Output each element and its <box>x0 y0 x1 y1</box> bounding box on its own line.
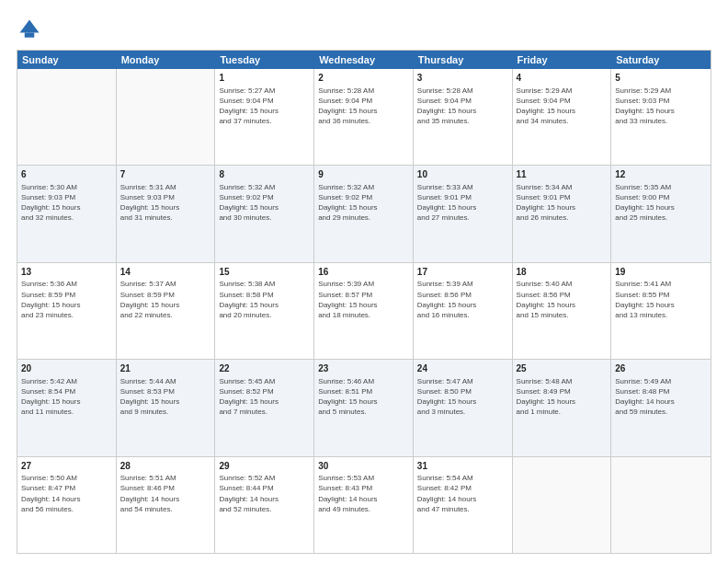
day-number: 29 <box>219 460 310 473</box>
day-number: 9 <box>318 168 409 181</box>
cell-info: Sunrise: 5:45 AM Sunset: 8:52 PM Dayligh… <box>219 376 310 418</box>
day-number: 27 <box>21 460 112 473</box>
day-number: 8 <box>219 168 310 181</box>
cal-cell: 31Sunrise: 5:54 AM Sunset: 8:42 PM Dayli… <box>414 457 513 553</box>
day-number: 20 <box>21 362 112 375</box>
header-day-tuesday: Tuesday <box>215 51 314 69</box>
day-number: 16 <box>318 266 409 279</box>
cell-info: Sunrise: 5:35 AM Sunset: 9:00 PM Dayligh… <box>615 182 707 224</box>
day-number: 2 <box>318 72 409 85</box>
cell-info: Sunrise: 5:37 AM Sunset: 8:59 PM Dayligh… <box>120 279 211 320</box>
day-number: 1 <box>219 72 310 85</box>
cal-cell <box>611 457 711 553</box>
calendar-header: SundayMondayTuesdayWednesdayThursdayFrid… <box>17 51 711 69</box>
day-number: 5 <box>615 72 707 85</box>
logo <box>17 17 46 42</box>
cal-cell: 4Sunrise: 5:29 AM Sunset: 9:04 PM Daylig… <box>513 69 612 165</box>
header <box>17 17 711 42</box>
cell-info: Sunrise: 5:40 AM Sunset: 8:56 PM Dayligh… <box>517 279 608 320</box>
cal-cell: 10Sunrise: 5:33 AM Sunset: 9:01 PM Dayli… <box>414 166 513 261</box>
logo-icon <box>17 17 42 42</box>
cal-cell: 26Sunrise: 5:49 AM Sunset: 8:48 PM Dayli… <box>611 360 711 455</box>
cell-info: Sunrise: 5:51 AM Sunset: 8:46 PM Dayligh… <box>120 473 211 514</box>
cell-info: Sunrise: 5:27 AM Sunset: 9:04 PM Dayligh… <box>219 86 310 127</box>
day-number: 25 <box>517 362 608 375</box>
cell-info: Sunrise: 5:28 AM Sunset: 9:04 PM Dayligh… <box>318 86 409 127</box>
day-number: 14 <box>120 266 211 279</box>
header-day-saturday: Saturday <box>611 51 711 69</box>
cell-info: Sunrise: 5:46 AM Sunset: 8:51 PM Dayligh… <box>318 376 409 418</box>
cal-cell: 15Sunrise: 5:38 AM Sunset: 8:58 PM Dayli… <box>215 263 314 359</box>
cell-info: Sunrise: 5:30 AM Sunset: 9:03 PM Dayligh… <box>21 182 112 224</box>
cell-info: Sunrise: 5:36 AM Sunset: 8:59 PM Dayligh… <box>21 279 112 320</box>
cell-info: Sunrise: 5:34 AM Sunset: 9:01 PM Dayligh… <box>517 182 608 224</box>
header-day-monday: Monday <box>117 51 216 69</box>
day-number: 30 <box>318 460 409 473</box>
cal-cell <box>17 69 117 165</box>
cal-cell: 24Sunrise: 5:47 AM Sunset: 8:50 PM Dayli… <box>414 360 513 455</box>
calendar: SundayMondayTuesdayWednesdayThursdayFrid… <box>17 50 711 554</box>
cal-cell: 19Sunrise: 5:41 AM Sunset: 8:55 PM Dayli… <box>611 263 711 359</box>
day-number: 17 <box>417 266 508 279</box>
day-number: 13 <box>21 266 112 279</box>
cal-cell: 25Sunrise: 5:48 AM Sunset: 8:49 PM Dayli… <box>513 360 612 455</box>
header-day-friday: Friday <box>513 51 612 69</box>
week-row-5: 27Sunrise: 5:50 AM Sunset: 8:47 PM Dayli… <box>17 457 711 553</box>
day-number: 31 <box>417 460 508 473</box>
cal-cell: 8Sunrise: 5:32 AM Sunset: 9:02 PM Daylig… <box>215 166 314 261</box>
cal-cell: 14Sunrise: 5:37 AM Sunset: 8:59 PM Dayli… <box>117 263 216 359</box>
cell-info: Sunrise: 5:29 AM Sunset: 9:03 PM Dayligh… <box>615 86 707 127</box>
week-row-4: 20Sunrise: 5:42 AM Sunset: 8:54 PM Dayli… <box>17 360 711 456</box>
cell-info: Sunrise: 5:39 AM Sunset: 8:56 PM Dayligh… <box>417 279 508 320</box>
cell-info: Sunrise: 5:52 AM Sunset: 8:44 PM Dayligh… <box>219 473 310 514</box>
cal-cell: 28Sunrise: 5:51 AM Sunset: 8:46 PM Dayli… <box>117 457 216 553</box>
cal-cell: 5Sunrise: 5:29 AM Sunset: 9:03 PM Daylig… <box>611 69 711 165</box>
cal-cell: 2Sunrise: 5:28 AM Sunset: 9:04 PM Daylig… <box>314 69 414 165</box>
cal-cell: 13Sunrise: 5:36 AM Sunset: 8:59 PM Dayli… <box>17 263 117 359</box>
week-row-2: 6Sunrise: 5:30 AM Sunset: 9:03 PM Daylig… <box>17 166 711 262</box>
cell-info: Sunrise: 5:31 AM Sunset: 9:03 PM Dayligh… <box>120 182 211 224</box>
page: SundayMondayTuesdayWednesdayThursdayFrid… <box>0 0 728 563</box>
day-number: 11 <box>517 168 608 181</box>
cell-info: Sunrise: 5:54 AM Sunset: 8:42 PM Dayligh… <box>417 473 508 514</box>
cal-cell: 27Sunrise: 5:50 AM Sunset: 8:47 PM Dayli… <box>17 457 117 553</box>
day-number: 19 <box>615 266 707 279</box>
day-number: 3 <box>417 72 508 85</box>
day-number: 23 <box>318 362 409 375</box>
day-number: 12 <box>615 168 707 181</box>
day-number: 6 <box>21 168 112 181</box>
cell-info: Sunrise: 5:42 AM Sunset: 8:54 PM Dayligh… <box>21 376 112 418</box>
cal-cell: 30Sunrise: 5:53 AM Sunset: 8:43 PM Dayli… <box>314 457 414 553</box>
cell-info: Sunrise: 5:47 AM Sunset: 8:50 PM Dayligh… <box>417 376 508 418</box>
calendar-body: 1Sunrise: 5:27 AM Sunset: 9:04 PM Daylig… <box>17 69 711 553</box>
day-number: 18 <box>517 266 608 279</box>
cal-cell: 16Sunrise: 5:39 AM Sunset: 8:57 PM Dayli… <box>314 263 414 359</box>
cell-info: Sunrise: 5:48 AM Sunset: 8:49 PM Dayligh… <box>517 376 608 418</box>
cell-info: Sunrise: 5:38 AM Sunset: 8:58 PM Dayligh… <box>219 279 310 320</box>
header-day-wednesday: Wednesday <box>314 51 414 69</box>
week-row-3: 13Sunrise: 5:36 AM Sunset: 8:59 PM Dayli… <box>17 263 711 360</box>
cal-cell: 22Sunrise: 5:45 AM Sunset: 8:52 PM Dayli… <box>215 360 314 455</box>
day-number: 21 <box>120 362 211 375</box>
cell-info: Sunrise: 5:53 AM Sunset: 8:43 PM Dayligh… <box>318 473 409 514</box>
cal-cell: 3Sunrise: 5:28 AM Sunset: 9:04 PM Daylig… <box>414 69 513 165</box>
day-number: 4 <box>517 72 608 85</box>
cal-cell: 1Sunrise: 5:27 AM Sunset: 9:04 PM Daylig… <box>215 69 314 165</box>
cell-info: Sunrise: 5:39 AM Sunset: 8:57 PM Dayligh… <box>318 279 409 320</box>
cal-cell: 6Sunrise: 5:30 AM Sunset: 9:03 PM Daylig… <box>17 166 117 261</box>
header-day-thursday: Thursday <box>414 51 513 69</box>
cal-cell: 9Sunrise: 5:32 AM Sunset: 9:02 PM Daylig… <box>314 166 414 261</box>
day-number: 24 <box>417 362 508 375</box>
header-day-sunday: Sunday <box>17 51 117 69</box>
cal-cell: 11Sunrise: 5:34 AM Sunset: 9:01 PM Dayli… <box>513 166 612 261</box>
cal-cell: 20Sunrise: 5:42 AM Sunset: 8:54 PM Dayli… <box>17 360 117 455</box>
cal-cell: 18Sunrise: 5:40 AM Sunset: 8:56 PM Dayli… <box>513 263 612 359</box>
cell-info: Sunrise: 5:49 AM Sunset: 8:48 PM Dayligh… <box>615 376 707 418</box>
cal-cell: 17Sunrise: 5:39 AM Sunset: 8:56 PM Dayli… <box>414 263 513 359</box>
day-number: 22 <box>219 362 310 375</box>
day-number: 15 <box>219 266 310 279</box>
cell-info: Sunrise: 5:32 AM Sunset: 9:02 PM Dayligh… <box>219 182 310 224</box>
cell-info: Sunrise: 5:41 AM Sunset: 8:55 PM Dayligh… <box>615 279 707 320</box>
cell-info: Sunrise: 5:44 AM Sunset: 8:53 PM Dayligh… <box>120 376 211 418</box>
cell-info: Sunrise: 5:32 AM Sunset: 9:02 PM Dayligh… <box>318 182 409 224</box>
